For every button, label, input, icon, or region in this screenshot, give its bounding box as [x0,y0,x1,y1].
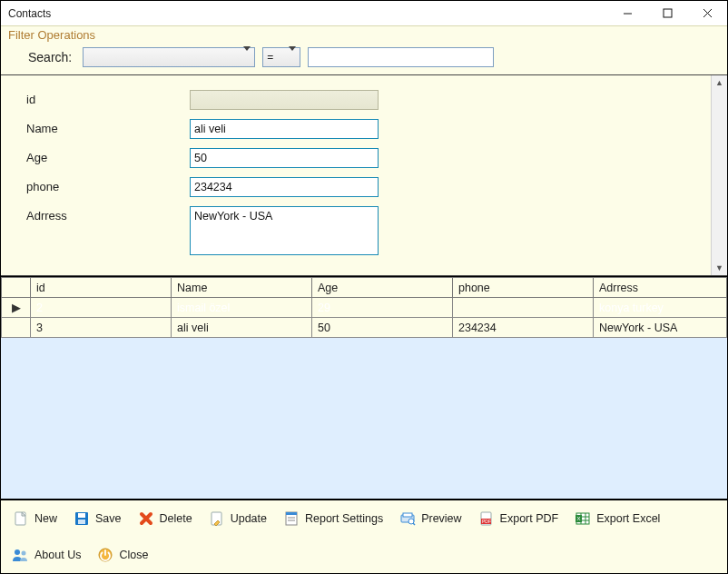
export-excel-label: Export Excel [596,512,660,525]
grid-header-phone[interactable]: phone [453,278,594,298]
filter-legend: Filter Operations [1,26,727,42]
table-cell[interactable]: konya turkey [594,298,727,318]
svg-point-27 [15,549,20,555]
table-cell[interactable]: 29 [312,298,453,318]
filter-row: Search: = [1,42,727,69]
search-label: Search: [28,50,72,64]
svg-rect-6 [78,513,85,518]
label-phone: phone [26,177,190,193]
svg-line-16 [413,523,415,525]
delete-button[interactable]: Delete [133,506,201,531]
label-address: Adrress [26,206,190,223]
maximize-button[interactable] [647,1,687,26]
table-cell[interactable]: 2 [31,298,172,318]
svg-rect-7 [78,520,85,524]
new-button[interactable]: New [8,506,65,531]
about-icon [12,546,30,564]
data-grid[interactable]: id Name Age phone Adrress ▶2ismail özel2… [1,276,727,500]
delete-icon [137,510,155,528]
power-icon [96,546,114,564]
update-label: Update [231,512,267,525]
preview-label: Preview [421,512,461,525]
field-phone[interactable] [190,177,379,197]
window-title: Contacts [1,7,58,20]
svg-text:PDF: PDF [482,519,491,524]
grid-header-indicator[interactable] [2,278,31,298]
label-id: id [26,90,190,106]
grid-header-id[interactable]: id [31,278,172,298]
grid-header-row: id Name Age phone Adrress [2,278,727,298]
titlebar: Contacts [1,1,727,26]
grid-header-age[interactable]: Age [312,278,453,298]
field-age[interactable] [190,148,379,168]
close-button[interactable]: Close [93,542,156,568]
scroll-up-icon: ▲ [712,75,727,90]
close-icon [703,8,713,18]
about-label: About Us [34,549,81,561]
new-label: New [34,512,57,525]
preview-button[interactable]: Preview [395,506,469,531]
preview-icon [398,510,417,528]
minimize-button[interactable] [607,1,647,26]
chevron-down-icon [289,51,296,64]
table-cell[interactable]: 234234 [453,318,594,338]
field-address[interactable] [190,206,379,255]
save-button[interactable]: Save [69,506,130,531]
minimize-icon [623,8,633,18]
field-name[interactable] [190,119,379,139]
update-button[interactable]: Update [204,506,275,531]
svg-rect-10 [286,512,297,515]
filter-field-combo[interactable] [83,47,255,67]
report-settings-button[interactable]: Report Settings [279,506,391,531]
svg-rect-14 [403,513,412,517]
scroll-down-icon: ▼ [712,261,727,275]
table-cell[interactable]: NewYork - USA [594,318,727,338]
row-indicator [2,318,31,338]
export-excel-button[interactable]: X Export Excel [570,506,668,531]
export-pdf-label: Export PDF [500,512,559,525]
toolbar: New Save Delete Update Report Settings [1,500,727,573]
detail-form: id Name Age phone Adrress ▲ ▼ [1,74,727,276]
save-icon [73,510,91,528]
chevron-down-icon [243,51,251,64]
table-cell[interactable]: 3 [31,318,172,338]
report-settings-label: Report Settings [305,512,383,525]
table-row[interactable]: ▶2ismail özel29konya turkey [2,298,727,318]
update-icon [208,510,226,528]
grid-empty-area [1,338,727,499]
table-cell[interactable] [453,298,594,318]
report-settings-icon [282,510,300,528]
app-window: Contacts Filter Operations Search: = [0,0,728,574]
delete-label: Delete [160,512,192,525]
table-row[interactable]: 3ali veli50234234NewYork - USA [2,318,727,338]
close-label: Close [119,549,148,561]
pdf-icon: PDF [477,510,496,528]
close-window-button[interactable] [687,1,727,26]
form-scrollbar[interactable]: ▲ ▼ [711,75,727,275]
table-cell[interactable]: ismail özel [172,298,312,318]
excel-icon: X [574,510,592,528]
svg-text:X: X [577,516,581,521]
new-icon [12,510,30,528]
filter-operator-value: = [267,51,273,64]
table-cell[interactable]: ali veli [172,318,312,338]
filter-operator-combo[interactable]: = [262,47,300,67]
maximize-icon [663,8,673,18]
about-button[interactable]: About Us [8,542,89,568]
filter-panel: Filter Operations Search: = [1,26,727,74]
save-label: Save [95,512,122,525]
table-cell[interactable]: 50 [312,318,453,338]
svg-rect-1 [664,9,672,17]
label-name: Name [26,119,190,135]
filter-term-input[interactable] [308,47,494,67]
grid-header-address[interactable]: Adrress [594,278,727,298]
field-id [190,90,379,110]
export-pdf-button[interactable]: PDF Export PDF [474,506,567,531]
svg-point-28 [22,551,26,556]
grid-header-name[interactable]: Name [172,278,312,298]
row-indicator: ▶ [2,298,31,318]
label-age: Age [26,148,190,164]
